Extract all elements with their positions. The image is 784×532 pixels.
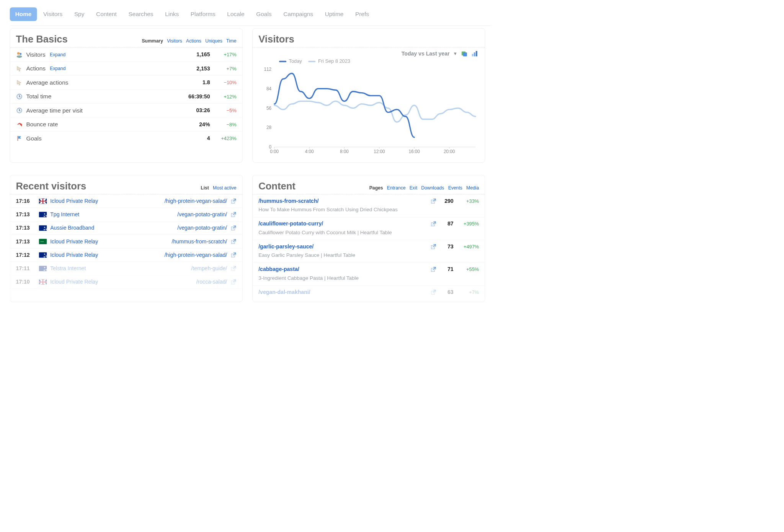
visitor-path-link[interactable]: /tempeh-guide/ (191, 265, 227, 272)
tab-actions[interactable]: Actions (186, 38, 201, 44)
bounce-icon (16, 121, 23, 128)
popout-icon[interactable] (230, 266, 236, 271)
content-path-link[interactable]: /hummus-from-scratch/ (258, 198, 430, 204)
visitor-isp-link[interactable]: Telstra Internet (50, 265, 86, 272)
visitor-isp-link[interactable]: Aussie Broadband (50, 225, 94, 232)
visitor-path-link[interactable]: /rocca-salad/ (196, 279, 227, 285)
recent-visitor-row[interactable]: 17:11Telstra Internet/tempeh-guide/ (10, 262, 242, 275)
content-count: 63 (436, 289, 454, 295)
recent-visitor-row[interactable]: 17:16Icloud Private Relay/high-protein-v… (10, 194, 242, 208)
nav-uptime[interactable]: Uptime (320, 7, 349, 21)
visitor-path-link[interactable]: /vegan-potato-gratin/ (177, 211, 227, 218)
popout-icon[interactable] (230, 252, 236, 258)
metric-delta: −10% (214, 80, 237, 85)
svg-rect-7 (463, 52, 467, 56)
nav-content[interactable]: Content (91, 7, 122, 21)
tab-media[interactable]: Media (466, 185, 479, 191)
popout-icon[interactable] (430, 221, 436, 227)
nav-goals[interactable]: Goals (251, 7, 277, 21)
tab-list[interactable]: List (201, 185, 209, 191)
visitors-title: Visitors (258, 34, 294, 45)
visitor-isp-link[interactable]: Icloud Private Relay (50, 252, 98, 258)
popout-icon[interactable] (230, 225, 236, 231)
tab-downloads[interactable]: Downloads (421, 185, 444, 191)
content-row: /cauliflower-potato-curry/87+395%Caulifl… (253, 217, 485, 240)
tab-entrance[interactable]: Entrance (387, 185, 406, 191)
popout-icon[interactable] (230, 238, 236, 244)
visit-time: 17:16 (16, 198, 36, 204)
metric-label: Visitors (26, 51, 45, 58)
flag-icon (39, 252, 47, 258)
content-path-link[interactable]: /garlic-parsley-sauce/ (258, 243, 430, 250)
visitor-isp-link[interactable]: Icloud Private Relay (50, 198, 98, 204)
visitor-isp-link[interactable]: Icloud Private Relay (50, 238, 98, 245)
nav-searches[interactable]: Searches (123, 7, 159, 21)
content-path-link[interactable]: /cauliflower-potato-curry/ (258, 221, 430, 227)
svg-text:20:00: 20:00 (444, 149, 455, 154)
nav-locale[interactable]: Locale (222, 7, 250, 21)
svg-point-1 (20, 53, 21, 55)
visitor-path-link[interactable]: /hummus-from-scratch/ (172, 238, 227, 245)
recent-visitor-row[interactable]: 17:13Icloud Private Relay/hummus-from-sc… (10, 235, 242, 248)
content-row: /vegan-dal-makhani/63+7% (253, 286, 485, 300)
export-icon[interactable] (461, 50, 468, 57)
metric-label: Goals (26, 135, 41, 142)
popout-icon[interactable] (230, 212, 236, 217)
nav-prefs[interactable]: Prefs (350, 7, 374, 21)
visit-time: 17:13 (16, 238, 36, 245)
expand-link[interactable]: Expand (50, 66, 65, 71)
content-count: 87 (436, 221, 454, 227)
visitor-isp-link[interactable]: Icloud Private Relay (50, 279, 98, 285)
visit-time: 17:11 (16, 265, 36, 272)
visitor-isp-link[interactable]: Tpg Internet (50, 211, 79, 218)
nav-spy[interactable]: Spy (69, 7, 90, 21)
nav-campaigns[interactable]: Campaigns (278, 7, 318, 21)
basics-panel: The Basics SummaryVisitorsActionsUniques… (10, 28, 243, 163)
recent-visitor-row[interactable]: 17:12Icloud Private Relay/high-protein-v… (10, 248, 242, 262)
recent-visitor-row[interactable]: 17:13Aussie Broadband/vegan-potato-grati… (10, 222, 242, 235)
recent-visitor-row[interactable]: 17:13Tpg Internet/vegan-potato-gratin/ (10, 208, 242, 221)
expand-link[interactable]: Expand (50, 52, 65, 57)
popout-icon[interactable] (430, 198, 436, 204)
cursor-icon (16, 79, 23, 86)
legend-item: Fri Sep 8 2023 (308, 59, 350, 64)
metric-value: 1.8 (183, 79, 210, 86)
compare-label[interactable]: Today vs Last year (402, 51, 450, 57)
svg-text:4:00: 4:00 (305, 149, 314, 154)
svg-text:84: 84 (266, 86, 271, 91)
popout-icon[interactable] (430, 244, 436, 250)
nav-home[interactable]: Home (10, 7, 37, 21)
nav-links[interactable]: Links (160, 7, 184, 21)
content-page-title: Cauliflower Potato Curry with Coconut Mi… (258, 230, 479, 235)
tab-most-active[interactable]: Most active (213, 185, 237, 191)
popout-icon[interactable] (230, 279, 236, 285)
content-delta: +7% (457, 289, 479, 295)
cursor-icon (16, 65, 23, 72)
metric-label: Actions (26, 65, 45, 72)
visitor-path-link[interactable]: /high-protein-vegan-salad/ (165, 252, 227, 258)
visitor-path-link[interactable]: /high-protein-vegan-salad/ (165, 198, 227, 204)
visitor-path-link[interactable]: /vegan-potato-gratin/ (177, 225, 227, 232)
tab-visitors[interactable]: Visitors (167, 38, 182, 44)
popout-icon[interactable] (430, 266, 436, 272)
clock-icon (16, 93, 23, 100)
tab-uniques[interactable]: Uniques (205, 38, 222, 44)
content-path-link[interactable]: /vegan-dal-makhani/ (258, 289, 430, 295)
recent-visitor-row[interactable]: 17:10Icloud Private Relay/rocca-salad/ (10, 275, 242, 289)
tab-exit[interactable]: Exit (410, 185, 417, 191)
bar-chart-icon[interactable] (471, 50, 478, 57)
content-delta: +395% (457, 221, 479, 227)
content-tabs: PagesEntranceExitDownloadsEventsMedia (369, 185, 479, 191)
nav-platforms[interactable]: Platforms (185, 7, 221, 21)
tab-summary[interactable]: Summary (142, 38, 163, 44)
popout-icon[interactable] (230, 198, 236, 204)
popout-icon[interactable] (430, 289, 436, 295)
content-path-link[interactable]: /cabbage-pasta/ (258, 266, 430, 273)
nav-visitors[interactable]: Visitors (38, 7, 68, 21)
tab-time[interactable]: Time (226, 38, 237, 44)
basics-row: VisitorsExpand1,165+17% (10, 48, 242, 62)
tab-events[interactable]: Events (448, 185, 462, 191)
chevron-down-icon[interactable]: ▼ (453, 51, 457, 56)
visit-time: 17:13 (16, 211, 36, 218)
tab-pages[interactable]: Pages (369, 185, 383, 191)
